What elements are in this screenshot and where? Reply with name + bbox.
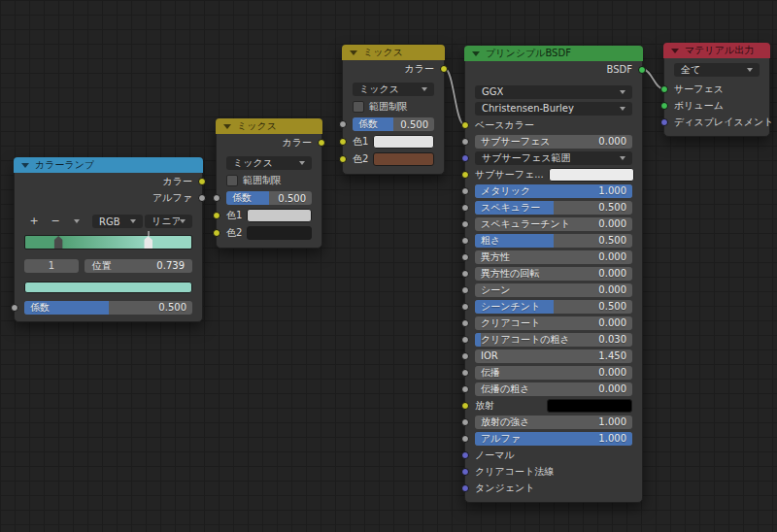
- metallic-slider[interactable]: メタリック 1.000: [475, 184, 632, 198]
- input-socket-volume[interactable]: [660, 102, 668, 110]
- input-socket-transmission[interactable]: [461, 369, 469, 377]
- input-socket-sheen[interactable]: [461, 286, 469, 294]
- fac-slider[interactable]: 係数 0.500: [353, 117, 434, 131]
- emission-strength-slider[interactable]: 放射の強さ 1.000: [475, 416, 632, 429]
- stop-position-field[interactable]: 位置 0.739: [84, 259, 192, 273]
- input-socket-subsurface-color[interactable]: [461, 171, 469, 179]
- input-socket-displacement[interactable]: [660, 118, 668, 126]
- ramp-options-button[interactable]: [67, 215, 86, 228]
- collapse-icon[interactable]: [21, 163, 29, 168]
- input-socket-clearcoat-normal[interactable]: [461, 468, 469, 476]
- remove-stop-button[interactable]: −: [46, 215, 65, 228]
- add-stop-button[interactable]: +: [24, 215, 44, 228]
- output-socket-color[interactable]: [318, 139, 325, 147]
- interpolation-dropdown[interactable]: リニア: [145, 215, 192, 228]
- color2-swatch[interactable]: [247, 226, 312, 240]
- collapse-icon[interactable]: [350, 50, 357, 55]
- specular-tint-slider[interactable]: スペキュラーチント 0.000: [475, 217, 632, 231]
- distribution-dropdown[interactable]: GGX: [475, 85, 632, 99]
- active-stop-color-swatch[interactable]: [24, 282, 192, 293]
- input-socket-ior[interactable]: [461, 352, 469, 360]
- blend-mode-dropdown[interactable]: ミックス: [353, 83, 434, 96]
- input-socket-clearcoat[interactable]: [461, 319, 469, 327]
- input-socket-fac[interactable]: [339, 120, 347, 128]
- input-socket-alpha[interactable]: [461, 435, 469, 443]
- input-socket-color1[interactable]: [213, 212, 220, 219]
- node-mix-upper[interactable]: ミックス カラー ミックス 範囲制限 係数 0.500 色1 色2: [342, 45, 445, 175]
- input-socket-specular-tint[interactable]: [461, 220, 469, 228]
- color1-swatch[interactable]: [247, 209, 312, 222]
- emission-color-swatch[interactable]: [547, 399, 632, 413]
- node-header[interactable]: ミックス: [342, 45, 445, 60]
- collapse-icon[interactable]: [671, 49, 679, 53]
- input-socket-emission[interactable]: [461, 402, 469, 410]
- ramp-stop-handle-1[interactable]: [144, 236, 152, 249]
- output-socket-color[interactable]: [440, 65, 448, 73]
- input-socket-normal[interactable]: [461, 451, 469, 459]
- subsurface-color-swatch[interactable]: [549, 168, 634, 182]
- fac-slider[interactable]: 係数 0.500: [226, 191, 312, 205]
- input-socket-tangent[interactable]: [461, 484, 469, 492]
- output-socket-color[interactable]: [198, 178, 206, 185]
- input-socket-fac[interactable]: [213, 194, 220, 202]
- node-colorramp[interactable]: カラーランプ カラー アルファ + − RGB リニア 1 位置 0.739: [14, 157, 203, 322]
- anisotropic-rotation-slider[interactable]: 異方性の回転 0.000: [475, 267, 632, 281]
- color-mode-dropdown[interactable]: RGB: [92, 215, 143, 228]
- node-principled-bsdf[interactable]: プリンシプルBSDF BSDF GGX Christensen-Burley ベ…: [464, 46, 643, 503]
- input-socket-color1[interactable]: [339, 138, 347, 146]
- node-header[interactable]: プリンシプルBSDF: [464, 46, 643, 61]
- clamp-checkbox[interactable]: [353, 101, 364, 113]
- sheen-slider[interactable]: シーン 0.000: [475, 283, 632, 297]
- anisotropic-slider[interactable]: 異方性 0.000: [475, 250, 632, 264]
- input-socket-transmission-roughness[interactable]: [461, 385, 469, 393]
- node-header[interactable]: マテリアル出力: [663, 43, 770, 58]
- color1-swatch[interactable]: [373, 135, 434, 149]
- input-socket-anisotropic-rotation[interactable]: [461, 270, 469, 278]
- input-socket-anisotropic[interactable]: [461, 253, 469, 261]
- ior-slider[interactable]: IOR 1.450: [475, 349, 632, 363]
- output-socket-alpha[interactable]: [198, 194, 206, 202]
- subsurface-method-dropdown[interactable]: Christensen-Burley: [475, 102, 632, 116]
- fac-slider[interactable]: 係数 0.500: [24, 301, 192, 315]
- color2-swatch[interactable]: [373, 152, 434, 166]
- input-socket-emission-strength[interactable]: [461, 418, 469, 426]
- input-socket-surface[interactable]: [660, 85, 668, 93]
- input-socket-metallic[interactable]: [461, 187, 469, 195]
- input-socket-subsurface[interactable]: [461, 138, 469, 146]
- output-socket-bsdf[interactable]: [638, 66, 646, 74]
- node-editor-canvas[interactable]: { "colors": { "background": "#232323", "…: [0, 0, 777, 532]
- node-header[interactable]: ミックス: [216, 118, 322, 134]
- specular-slider[interactable]: スペキュラー 0.500: [475, 201, 632, 215]
- input-socket-color2[interactable]: [213, 229, 220, 237]
- input-socket-color2[interactable]: [339, 155, 347, 163]
- clamp-checkbox[interactable]: [226, 175, 238, 186]
- sheen-tint-slider[interactable]: シーンチント 0.500: [475, 300, 632, 314]
- node-header[interactable]: カラーランプ: [14, 157, 203, 173]
- transmission-slider[interactable]: 伝播 0.000: [475, 366, 632, 380]
- subsurface-radius-dropdown[interactable]: サブサーフェス範囲: [475, 151, 632, 165]
- node-link-mix-to-bsdf[interactable]: [445, 69, 464, 125]
- clearcoat-slider[interactable]: クリアコート 0.000: [475, 316, 632, 330]
- transmission-roughness-slider[interactable]: 伝播の粗さ 0.000: [475, 382, 632, 396]
- clearcoat-roughness-slider[interactable]: クリアコートの粗さ 0.030: [475, 333, 632, 347]
- input-socket-fac[interactable]: [11, 304, 18, 312]
- input-socket-roughness[interactable]: [461, 237, 469, 245]
- active-stop-index-field[interactable]: 1: [24, 259, 79, 273]
- input-socket-sheen-tint[interactable]: [461, 303, 469, 311]
- node-mix-lower[interactable]: ミックス カラー ミックス 範囲制限 係数 0.500 色1 色2: [216, 118, 322, 249]
- input-socket-specular[interactable]: [461, 204, 469, 212]
- color-ramp-gradient[interactable]: [24, 235, 192, 249]
- input-socket-clearcoat-roughness[interactable]: [461, 336, 469, 344]
- input-socket-subsurface-radius[interactable]: [461, 154, 469, 162]
- blend-mode-dropdown[interactable]: ミックス: [226, 156, 312, 170]
- roughness-slider[interactable]: 粗さ 0.500: [475, 234, 632, 248]
- ramp-stop-handle-0[interactable]: [54, 236, 63, 249]
- subsurface-slider[interactable]: サブサーフェス 0.000: [475, 135, 632, 149]
- node-material-output[interactable]: マテリアル出力 全て サーフェス ボリューム ディスプレイスメント: [663, 43, 770, 137]
- target-dropdown[interactable]: 全て: [674, 63, 760, 77]
- collapse-icon[interactable]: [472, 51, 480, 56]
- input-socket-base-color[interactable]: [461, 121, 469, 129]
- alpha-slider[interactable]: アルファ 1.000: [475, 432, 632, 446]
- collapse-icon[interactable]: [223, 124, 231, 129]
- param-label: ベースカラー: [475, 118, 632, 132]
